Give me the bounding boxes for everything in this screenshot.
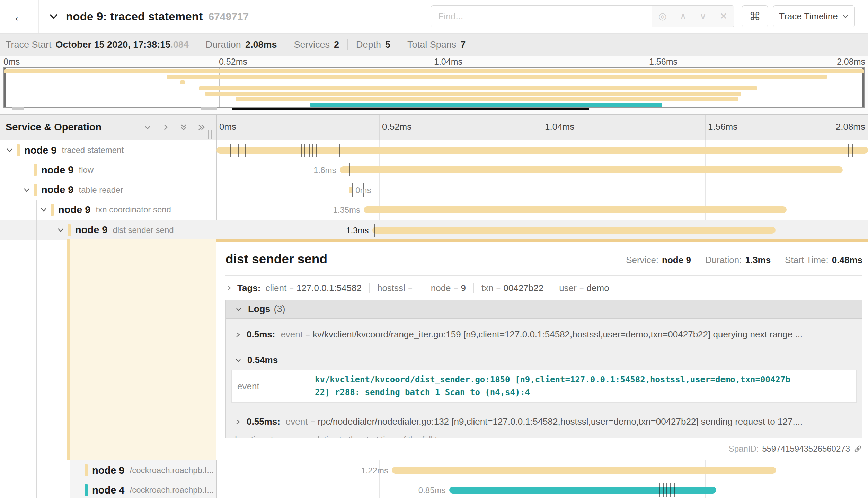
- minimap-left-scrubber[interactable]: [4, 68, 6, 107]
- chevron-down-icon: [842, 14, 849, 19]
- divider: [698, 255, 698, 265]
- total-spans-label: Total Spans: [407, 39, 456, 50]
- trace-id: 6749717: [208, 11, 249, 22]
- chevron-right-icon: [235, 418, 241, 426]
- collapse-one-icon[interactable]: [161, 123, 170, 132]
- log-entry[interactable]: 0.55ms: event = rpc/nodedialer/nodediale…: [226, 408, 862, 433]
- tree-indent-guide: [36, 200, 37, 498]
- span-row[interactable]: node 4/cockroach.roachpb.I...0.85ms: [0, 480, 868, 498]
- log-marker: [451, 483, 451, 497]
- timeline-tick-label: 1.56ms: [708, 121, 737, 132]
- span-name[interactable]: node 9flow: [41, 160, 94, 180]
- span-duration-bar[interactable]: [364, 206, 787, 213]
- tags-row[interactable]: Tags: client=127.0.0.1:54582hostssl=node…: [225, 280, 862, 296]
- span-name[interactable]: node 9dist sender send: [75, 220, 174, 240]
- minimap-tick-label: 1.04ms: [434, 57, 462, 67]
- view-dropdown-button[interactable]: Trace Timeline: [773, 5, 855, 27]
- span-operation-name: table reader: [79, 185, 123, 195]
- log-entry-expanded-header[interactable]: 0.54ms: [226, 349, 862, 370]
- duration-value: 1.3ms: [745, 255, 771, 265]
- minimap-span-bar: [199, 86, 757, 90]
- column-resizer[interactable]: [208, 130, 212, 139]
- minimap-span-bar: [167, 75, 827, 79]
- chevron-down-icon[interactable]: [39, 206, 48, 215]
- span-row[interactable]: node 9flow1.6ms: [0, 160, 868, 180]
- equals-sign: =: [579, 283, 584, 292]
- link-icon[interactable]: [853, 444, 862, 453]
- prev-match-icon[interactable]: ∧: [680, 11, 687, 22]
- span-duration-bar[interactable]: [392, 467, 776, 474]
- span-operation-name: dist sender send: [113, 225, 174, 235]
- span-row[interactable]: node 9traced statement: [0, 140, 868, 160]
- minimap-span-bar: [236, 97, 738, 101]
- span-name[interactable]: node 4/cockroach.roachpb.I...: [92, 480, 214, 498]
- tag-key: client: [265, 283, 286, 293]
- expand-all-icon[interactable]: [179, 123, 188, 132]
- logs-header[interactable]: Logs (3): [226, 300, 862, 319]
- logs-label: Logs: [248, 304, 271, 315]
- timeline-scroll-indicator[interactable]: [232, 108, 589, 110]
- log-entry[interactable]: 0.5ms: event = kv/kvclient/kvcoord/range…: [226, 319, 862, 349]
- span-operation-name: traced statement: [62, 145, 124, 155]
- span-name[interactable]: node 9txn coordinator send: [58, 200, 171, 220]
- span-name[interactable]: node 9traced statement: [24, 140, 124, 160]
- find-input[interactable]: [431, 6, 652, 27]
- span-service-name: node 9: [58, 204, 90, 216]
- span-color-bar: [68, 224, 71, 236]
- span-duration-bar[interactable]: [372, 227, 776, 234]
- find-tools: ◎ ∧ ∨ ✕: [652, 6, 734, 27]
- keyboard-shortcuts-button[interactable]: ⌘: [742, 5, 768, 27]
- chevron-down-icon[interactable]: [23, 186, 31, 196]
- span-row[interactable]: node 9txn coordinator send1.35ms: [0, 200, 868, 220]
- minimap-tick-label: 0ms: [3, 57, 20, 67]
- back-button[interactable]: ←: [0, 0, 39, 33]
- log-marker: [304, 144, 305, 157]
- chevron-down-icon: [235, 357, 242, 364]
- span-rows-area: dist sender send Service: node 9 Duratio…: [0, 140, 868, 498]
- minimap-tick-label: 1.56ms: [649, 57, 677, 67]
- collapse-all-icon[interactable]: [197, 123, 206, 132]
- tree-indent-guide: [20, 180, 20, 498]
- minimap-canvas[interactable]: [3, 67, 865, 108]
- span-name[interactable]: node 9table reader: [41, 180, 123, 200]
- span-color-bar: [34, 164, 37, 176]
- span-row[interactable]: node 9table reader0ms: [0, 180, 868, 200]
- minimap-grip[interactable]: [12, 107, 24, 110]
- tag-key: node: [431, 283, 451, 293]
- span-duration-label: 1.3ms: [346, 226, 369, 235]
- chevron-down-icon[interactable]: [6, 146, 14, 156]
- log-marker: [349, 163, 350, 176]
- collapse-trace-chevron-icon[interactable]: [48, 12, 59, 21]
- span-duration-bar[interactable]: [349, 187, 352, 193]
- header-gridline: [542, 115, 542, 140]
- header-gridline: [379, 115, 380, 140]
- expand-one-icon[interactable]: [143, 123, 152, 132]
- span-duration-label: 1.22ms: [361, 466, 388, 476]
- log-marker: [352, 183, 353, 197]
- minimap-span-bar: [205, 92, 741, 96]
- span-duration-bar[interactable]: [216, 147, 868, 154]
- log-marker: [666, 483, 667, 497]
- span-operation-name: flow: [79, 165, 94, 175]
- chevron-down-icon[interactable]: [56, 226, 65, 236]
- minimap-grip[interactable]: [201, 107, 217, 110]
- span-name[interactable]: node 9/cockroach.roachpb.I...: [92, 460, 214, 480]
- log-marker: [852, 144, 853, 157]
- minimap-span-bar: [180, 80, 185, 84]
- locate-icon[interactable]: ◎: [658, 11, 667, 22]
- tag-key: user: [559, 283, 577, 293]
- service-value: node 9: [662, 255, 691, 265]
- clear-search-icon[interactable]: ✕: [719, 11, 727, 22]
- log-marker: [245, 144, 246, 157]
- span-service-name: node 9: [75, 224, 107, 236]
- next-match-icon[interactable]: ∨: [700, 11, 707, 22]
- span-duration-bar[interactable]: [340, 166, 843, 173]
- minimap-right-scrubber[interactable]: [862, 68, 864, 107]
- log-marker: [241, 144, 241, 157]
- log-marker: [257, 144, 257, 157]
- span-row[interactable]: node 9/cockroach.roachpb.I...1.22ms: [0, 460, 868, 480]
- span-duration-bar[interactable]: [449, 487, 716, 494]
- span-id-row: SpanID: 5597415943526560273: [729, 444, 862, 454]
- chevron-down-icon: [235, 306, 242, 313]
- span-row[interactable]: node 9dist sender send1.3ms: [0, 220, 868, 240]
